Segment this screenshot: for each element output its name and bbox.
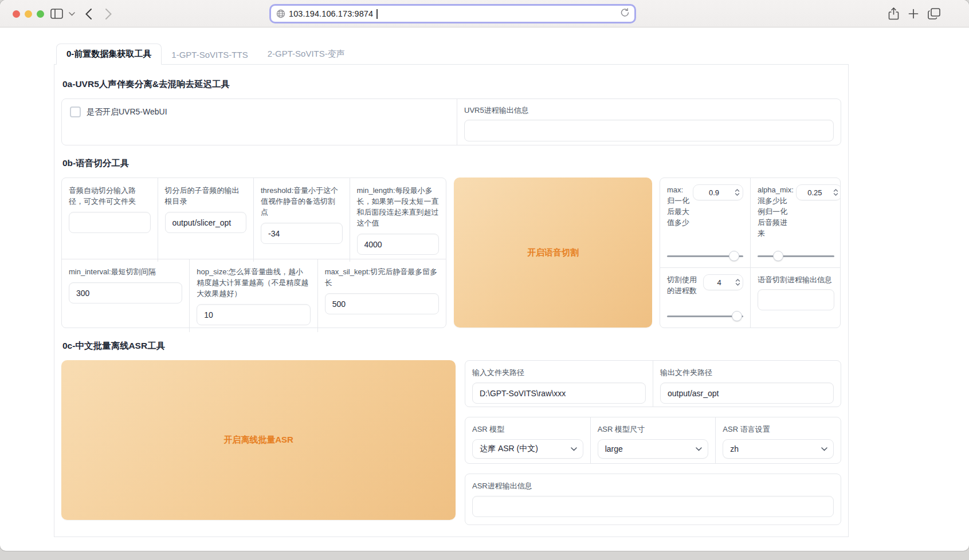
slicer-nproc-stepper[interactable] [735,278,743,286]
slicer-max-sil-kept-field[interactable] [325,293,439,314]
asr-output-folder-label: 输出文件夹路径 [660,367,834,378]
zoom-window-button[interactable] [37,10,44,18]
sidebar-menu-chevron[interactable] [69,0,75,27]
asr-size-label: ASR 模型尺寸 [598,424,709,435]
slicer-min-interval-field[interactable] [69,282,182,303]
asr-paths-row: 输入文件夹路径 输出文件夹路径 [465,360,841,407]
uvr5-webui-checkbox[interactable] [70,107,81,117]
slicer-max-input[interactable] [693,188,735,197]
uvr5-output-cell: UVR5进程输出信息 [457,99,841,145]
slicer-info-field[interactable] [758,289,834,310]
slicer-row: 音频自动切分输入路径，可文件可文件夹 切分后的子音频的输出根目录 thresho… [61,178,841,328]
slicer-min-length-label: min_length:每段最小多长，如果第一段太短一直和后面段连起来直到超过这个… [357,185,440,228]
chevron-down-icon [821,447,827,451]
slicer-nproc-label: 切割使用的进程数 [667,274,701,296]
back-icon [85,9,92,19]
share-icon [888,7,899,20]
reload-icon [621,8,629,17]
slider-handle[interactable] [729,251,739,261]
reload-button[interactable] [621,8,629,19]
asr-row: 开启离线批量ASR 输入文件夹路径 输出文件夹路径 [61,360,841,525]
slicer-max-stepper[interactable] [735,188,743,196]
sidebar-icon [50,9,63,19]
url-text: 103.194.106.173:9874 [289,9,373,18]
browser-window: 103.194.106.173:9874 [0,0,969,551]
tabs-overview-icon [928,8,940,19]
slicer-output-root-cell: 切分后的子音频的输出根目录 [158,178,254,262]
slicer-nproc-slider[interactable] [667,311,743,321]
stepper-up-down-icon [833,188,838,196]
asr-size-dropdown[interactable]: large [598,439,709,459]
slicer-threshold-label: threshold:音量小于这个值视作静音的备选切割点 [261,185,343,218]
asr-size-value: large [605,444,696,453]
slicer-max-sil-kept-cell: max_sil_kept:切完后静音最多留多长 [318,259,446,332]
slicer-min-length-cell: min_length:每段最小多长，如果第一段太短一直和后面段连起来直到超过这个… [350,178,446,262]
slicer-hop-size-label: hop_size:怎么算音量曲线，越小精度越大计算量越高（不是精度越大效果越好） [197,266,310,299]
asr-lang-value: zh [730,444,821,453]
tab-gpt-sovits-vc[interactable]: 2-GPT-SoVITS-变声 [258,44,355,64]
slicer-input-path-label: 音频自动切分输入路径，可文件可文件夹 [69,185,151,207]
chevron-down-icon [69,12,75,16]
asr-output-folder-field[interactable] [660,382,834,404]
slicer-min-interval-label: min_interval:最短切割间隔 [69,266,182,277]
section-title-slicer: 0b-语音切分工具 [62,157,840,169]
forward-button[interactable] [105,0,112,27]
chevron-down-icon [696,447,702,451]
tab-gpt-sovits-tts[interactable]: 1-GPT-SoVITS-TTS [162,45,257,64]
slicer-threshold-cell: threshold:音量小于这个值视作静音的备选切割点 [254,178,350,262]
uvr5-output-field[interactable] [464,120,834,141]
slicer-max-slider[interactable] [667,251,743,261]
slider-track [758,255,834,257]
slicer-max-label: max:归一化后最大值多少 [667,184,691,228]
slicer-params-group: 音频自动切分输入路径，可文件可文件夹 切分后的子音频的输出根目录 thresho… [61,178,446,328]
slicer-min-length-field[interactable] [357,234,440,255]
chevron-down-icon [571,447,577,451]
slicer-max-sil-kept-label: max_sil_kept:切完后静音最多留多长 [325,266,439,288]
minimize-window-button[interactable] [25,10,32,18]
slicer-info-label: 语音切割进程输出信息 [758,274,834,285]
asr-info-field[interactable] [472,496,834,517]
back-button[interactable] [85,0,92,27]
slicer-input-path-field[interactable] [69,212,151,233]
asr-model-cell: ASR 模型 达摩 ASR (中文) [465,417,590,463]
share-button[interactable] [888,0,899,27]
close-window-button[interactable] [13,10,20,18]
asr-input-folder-cell: 输入文件夹路径 [465,361,653,407]
asr-model-row: ASR 模型 达摩 ASR (中文) ASR 模型尺寸 la [465,417,841,464]
section-title-asr: 0c-中文批量离线ASR工具 [62,340,840,352]
app-tabbar: 0-前置数据集获取工具 1-GPT-SoVITS-TTS 2-GPT-SoVIT… [54,44,849,65]
open-slicing-button[interactable]: 开启语音切割 [454,178,652,328]
slicer-side-panel: max:归一化后最大值多少 [660,178,841,328]
tab-dataset-tools[interactable]: 0-前置数据集获取工具 [56,44,162,65]
slider-handle[interactable] [773,251,783,261]
stepper-up-down-icon [735,188,740,196]
slicer-alpha-cell: alpha_mix:混多少比例归一化后音频进来 [751,178,841,267]
slicer-alpha-input[interactable] [797,188,833,197]
slicer-hop-size-field[interactable] [197,304,310,325]
asr-model-label: ASR 模型 [472,424,583,435]
slicer-params-row2: min_interval:最短切割间隔 hop_size:怎么算音量曲线，越小精… [62,259,446,328]
asr-lang-dropdown[interactable]: zh [723,439,834,459]
slicer-output-root-field[interactable] [165,212,247,233]
slicer-nproc-numbox [703,274,743,290]
slicer-nproc-input[interactable] [704,278,735,287]
uvr5-output-label: UVR5进程输出信息 [464,105,834,116]
slicer-alpha-stepper[interactable] [833,188,841,196]
asr-model-dropdown[interactable]: 达摩 ASR (中文) [472,439,583,459]
asr-lang-label: ASR 语言设置 [723,424,834,435]
asr-lang-cell: ASR 语言设置 zh [715,417,841,463]
slider-handle[interactable] [732,311,742,321]
slicer-threshold-field[interactable] [261,223,343,244]
slicer-input-path-cell: 音频自动切分输入路径，可文件可文件夹 [62,178,158,262]
slicer-output-root-label: 切分后的子音频的输出根目录 [165,185,247,207]
forward-icon [105,9,112,19]
open-offline-asr-button[interactable]: 开启离线批量ASR [61,360,456,520]
asr-settings-column: 输入文件夹路径 输出文件夹路径 ASR 模型 达摩 ASR (中文) [465,360,841,525]
asr-input-folder-field[interactable] [472,382,646,404]
address-bar[interactable]: 103.194.106.173:9874 [269,4,636,23]
tab-overview-button[interactable] [928,0,940,27]
slicer-alpha-slider[interactable] [758,251,834,261]
uvr5-row: 是否开启UVR5-WebUI UVR5进程输出信息 [61,98,841,145]
new-tab-button[interactable] [908,0,919,27]
sidebar-toggle-button[interactable] [50,0,63,27]
